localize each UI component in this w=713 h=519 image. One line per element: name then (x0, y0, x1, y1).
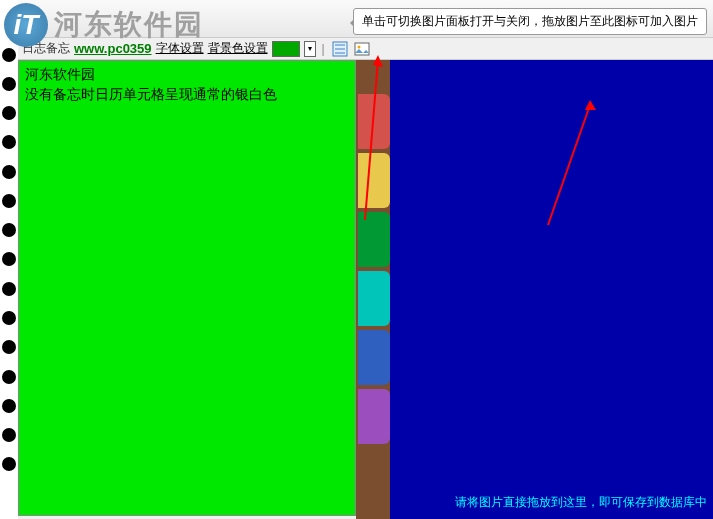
spiral-hole (2, 428, 16, 442)
editor-area: 河东软件园 没有备忘时日历单元格呈现通常的银白色 请将图片直接拖放到这里，即可保… (18, 60, 713, 519)
spiral-hole (2, 106, 16, 120)
color-tab-yellow[interactable] (358, 153, 390, 208)
spiral-hole (2, 282, 16, 296)
color-tab-green[interactable] (358, 212, 390, 267)
settings-bar: 日志备忘 www.pc0359 字体设置 背景色设置 ▾ | (18, 38, 713, 60)
memo-editor[interactable]: 河东软件园 没有备忘时日历单元格呈现通常的银白色 (18, 60, 356, 516)
tooltip-text: 单击可切换图片面板打开与关闭，拖放图片至此图标可加入图片 (362, 14, 698, 28)
spiral-hole (2, 311, 16, 325)
color-tabs-column (356, 60, 390, 519)
spiral-hole (2, 340, 16, 354)
main-container: 日志备忘 www.pc0359 字体设置 背景色设置 ▾ | 河东软件园 没有备… (0, 0, 713, 519)
spiral-hole (2, 48, 16, 62)
spiral-hole (2, 77, 16, 91)
spiral-hole (2, 252, 16, 266)
drop-hint-text: 请将图片直接拖放到这里，即可保存到数据库中 (455, 494, 707, 511)
color-tab-red[interactable] (358, 94, 390, 149)
color-tab-teal[interactable] (358, 271, 390, 326)
spiral-hole (2, 370, 16, 384)
editor-line-2: 没有备忘时日历单元格呈现通常的银白色 (25, 85, 349, 105)
notes-list-icon[interactable] (331, 41, 349, 57)
spiral-hole (2, 165, 16, 179)
background-setting-link[interactable]: 背景色设置 (208, 40, 268, 57)
spiral-hole (2, 223, 16, 237)
svg-rect-14 (355, 43, 369, 55)
notebook-spiral (0, 0, 18, 519)
spiral-hole (2, 194, 16, 208)
image-panel-tooltip: 单击可切换图片面板打开与关闭，拖放图片至此图标可加入图片 (353, 8, 707, 35)
color-picker-swatch[interactable] (272, 41, 300, 57)
image-panel-icon[interactable] (353, 41, 371, 57)
separator: | (322, 42, 325, 56)
spiral-hole (2, 135, 16, 149)
website-link[interactable]: www.pc0359 (74, 41, 152, 56)
spiral-hole (2, 457, 16, 471)
color-tab-purple[interactable] (358, 389, 390, 444)
font-setting-link[interactable]: 字体设置 (156, 40, 204, 57)
content-area: 日志备忘 www.pc0359 字体设置 背景色设置 ▾ | 河东软件园 没有备… (18, 0, 713, 519)
spiral-hole (2, 399, 16, 413)
color-tab-blue[interactable] (358, 330, 390, 385)
svg-point-15 (357, 45, 360, 48)
editor-line-1: 河东软件园 (25, 65, 349, 85)
color-dropdown-icon[interactable]: ▾ (304, 41, 316, 57)
memo-label: 日志备忘 (22, 40, 70, 57)
image-drop-panel[interactable]: 请将图片直接拖放到这里，即可保存到数据库中 (390, 60, 714, 519)
